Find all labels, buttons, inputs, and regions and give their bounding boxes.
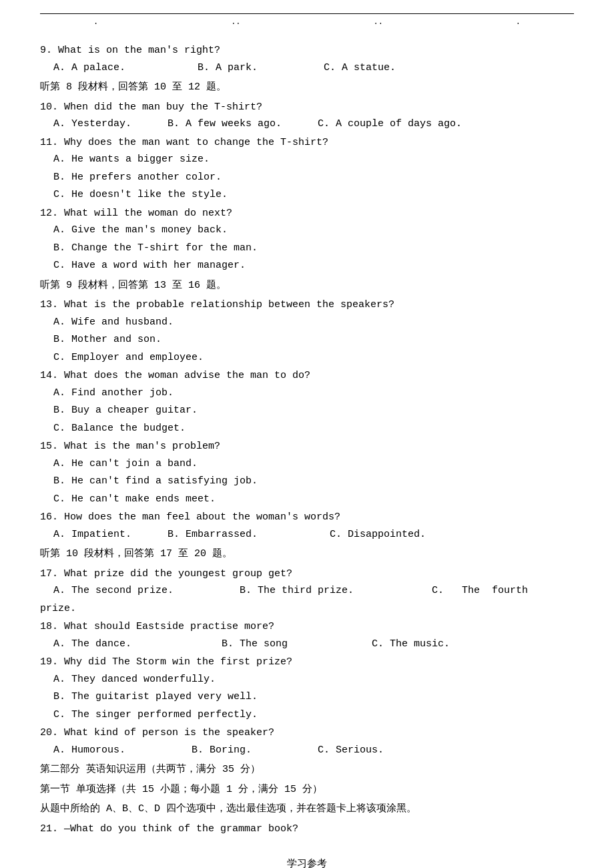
question-14-c: C. Balance the budget.	[53, 420, 574, 437]
question-20-text: 20. What kind of person is the speaker?	[40, 724, 574, 742]
question-13-a: A. Wife and husband.	[53, 314, 574, 331]
question-11-a: A. He wants a bigger size.	[53, 151, 574, 168]
question-16-text: 16. How does the man feel about the woma…	[40, 509, 574, 526]
question-18-text: 18. What should Eastside practise more?	[40, 618, 574, 636]
question-14: 14. What does the woman advise the man t…	[40, 367, 574, 437]
section-10-header: 听第 10 段材料，回答第 17 至 20 题。	[40, 546, 574, 563]
question-13-text: 13. What is the probable relationship be…	[40, 296, 574, 314]
question-19: 19. Why did The Storm win the first priz…	[40, 654, 574, 723]
section-8-header: 听第 8 段材料，回答第 10 至 12 题。	[40, 79, 574, 96]
question-11: 11. Why does the man want to change the …	[40, 134, 574, 204]
part2-section1-header: 第一节 单项选择（共 15 小题；每小题 1 分，满分 15 分）	[40, 781, 574, 799]
question-14-a: A. Find another job.	[53, 385, 574, 402]
part2-header: 第二部分 英语知识运用（共两节，满分 35 分）	[40, 761, 574, 779]
question-19-text: 19. Why did The Storm win the first priz…	[40, 654, 574, 671]
question-9-text: 9. What is on the man's right?	[40, 42, 574, 59]
question-11-b: B. He prefers another color.	[53, 169, 574, 186]
question-15: 15. What is the man's problem? A. He can…	[40, 438, 574, 507]
dot1: ·	[93, 19, 98, 29]
question-12-c: C. Have a word with her manager.	[53, 257, 574, 274]
question-10: 10. When did the man buy the T-shirt? A.…	[40, 99, 574, 133]
question-12-b: B. Change the T-shirt for the man.	[53, 240, 574, 257]
content: 9. What is on the man's right? A. A pala…	[40, 42, 574, 837]
dot3: ··	[373, 19, 382, 29]
question-14-b: B. Buy a cheaper guitar.	[53, 402, 574, 419]
question-20: 20. What kind of person is the speaker? …	[40, 724, 574, 758]
question-18: 18. What should Eastside practise more? …	[40, 618, 574, 652]
question-9-options: A. A palace. B. A park. C. A statue.	[53, 59, 574, 77]
question-19-c: C. The singer performed perfectly.	[53, 706, 574, 724]
question-15-a: A. He can't join a band.	[53, 455, 574, 473]
footer-label: 学习参考	[40, 857, 574, 868]
question-21: 21. —What do you think of the grammar bo…	[40, 821, 574, 838]
question-19-b: B. The guitarist played very well.	[53, 688, 574, 706]
question-10-text: 10. When did the man buy the T-shirt?	[40, 99, 574, 116]
question-15-b: B. He can't find a satisfying job.	[53, 473, 574, 490]
question-19-a: A. They danced wonderfully.	[53, 671, 574, 688]
question-10-options: A. Yesterday. B. A few weeks ago. C. A c…	[53, 116, 574, 133]
question-12-text: 12. What will the woman do next?	[40, 205, 574, 222]
question-13-c: C. Employer and employee.	[53, 349, 574, 367]
question-17: 17. What prize did the youngest group ge…	[40, 566, 574, 618]
dot2: ··	[231, 19, 240, 29]
question-20-options: A. Humorous. B. Boring. C. Serious.	[53, 742, 574, 759]
question-16: 16. How does the man feel about the woma…	[40, 509, 574, 543]
question-9: 9. What is on the man's right? A. A pala…	[40, 42, 574, 76]
question-15-text: 15. What is the man's problem?	[40, 438, 574, 455]
top-border	[40, 13, 574, 14]
question-17-continuation: prize.	[40, 600, 574, 618]
question-18-options: A. The dance. B. The song C. The music.	[53, 636, 574, 653]
question-16-options: A. Impatient. B. Embarrassed. C. Disappo…	[53, 526, 574, 544]
question-11-text: 11. Why does the man want to change the …	[40, 134, 574, 152]
question-12-a: A. Give the man's money back.	[53, 222, 574, 239]
dot4: ·	[516, 19, 521, 29]
question-21-text: 21. —What do you think of the grammar bo…	[40, 821, 574, 838]
section-9-header: 听第 9 段材料，回答第 13 至 16 题。	[40, 277, 574, 294]
question-12: 12. What will the woman do next? A. Give…	[40, 205, 574, 274]
question-17-text: 17. What prize did the youngest group ge…	[40, 566, 574, 583]
question-14-text: 14. What does the woman advise the man t…	[40, 367, 574, 385]
question-17-options: A. The second prize. B. The third prize.…	[53, 582, 574, 600]
question-15-c: C. He can't make ends meet.	[53, 491, 574, 508]
question-13-b: B. Mother and son.	[53, 331, 574, 349]
top-dots: · ·· ·· ·	[40, 19, 574, 29]
question-13: 13. What is the probable relationship be…	[40, 296, 574, 366]
part2-instruction: 从题中所给的 A、B、C、D 四个选项中，选出最佳选项，并在答题卡上将该项涂黑。	[40, 801, 574, 818]
question-11-c: C. He doesn't like the style.	[53, 186, 574, 204]
